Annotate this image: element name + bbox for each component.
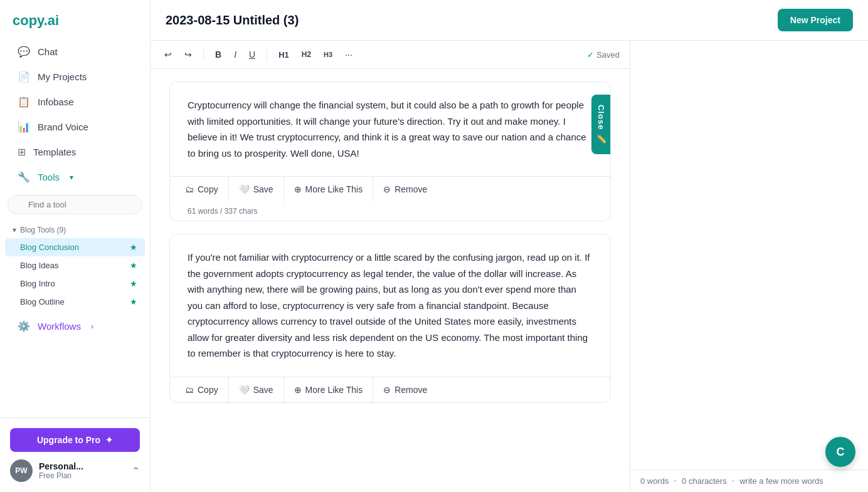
- sidebar-item-chat[interactable]: 💬 Chat: [5, 39, 145, 64]
- char-count-status: 0 characters: [682, 476, 727, 486]
- result-actions: 🗂 Copy 🤍 Save ⊕ More Like This ⊖: [170, 177, 610, 202]
- copy-button[interactable]: 🗂 Copy: [175, 377, 229, 402]
- redo-button[interactable]: ↪: [181, 47, 196, 62]
- tools-icon: 🔧: [18, 171, 30, 183]
- remove-button[interactable]: ⊖ Remove: [373, 177, 437, 202]
- tools-chevron-icon: ▾: [70, 173, 73, 182]
- h2-button[interactable]: H2: [298, 48, 315, 61]
- result-card: If you're not familiar with cryptocurren…: [169, 234, 611, 403]
- saved-check-icon: ✓: [587, 50, 594, 60]
- sidebar-item-label: Templates: [33, 147, 76, 157]
- separator-dot-2: •: [732, 476, 735, 486]
- sidebar-item-templates[interactable]: ⊞ Templates: [5, 140, 145, 164]
- blog-ideas-label: Blog Ideas: [20, 261, 58, 270]
- remove-icon: ⊖: [383, 385, 391, 395]
- copy-button[interactable]: 🗂 Copy: [175, 177, 229, 202]
- logo: copy.ai: [0, 0, 150, 39]
- blog-tools-section: ▾ Blog Tools (9) Blog Conclusion ★ Blog …: [0, 219, 150, 313]
- sidebar-item-blog-intro[interactable]: Blog Intro ★: [5, 275, 145, 293]
- underline-button[interactable]: U: [245, 47, 259, 62]
- star-icon: ★: [130, 297, 137, 306]
- copy-icon: 🗂: [185, 184, 194, 194]
- right-panel: 0 words • 0 characters • write a few mor…: [630, 41, 868, 492]
- sidebar-item-workflows[interactable]: ⚙️ Workflows ›: [5, 314, 145, 338]
- sidebar-item-brand-voice[interactable]: 📊 Brand Voice: [5, 115, 145, 139]
- save-button[interactable]: 🤍 Save: [229, 377, 284, 402]
- toolbar-separator: [203, 48, 204, 61]
- results-container: Cryptocurrency will change the financial…: [151, 69, 630, 428]
- user-name: Personal...: [39, 461, 125, 471]
- page-title: 2023-08-15 Untitled (3): [166, 13, 299, 28]
- h1-button[interactable]: H1: [275, 48, 293, 62]
- italic-button[interactable]: I: [230, 47, 240, 62]
- user-info: PW Personal... Free Plan ⌃: [10, 459, 140, 482]
- logo-text: copy.ai: [13, 13, 59, 28]
- projects-icon: 📄: [18, 71, 30, 83]
- chat-bubble-label: C: [837, 446, 845, 459]
- star-icon: ★: [130, 261, 137, 270]
- word-count: 61 words / 337 chars: [170, 202, 610, 221]
- more-like-this-icon: ⊕: [294, 385, 302, 395]
- sidebar-item-my-projects[interactable]: 📄 My Projects: [5, 65, 145, 89]
- find-tool-container: 🔍: [0, 190, 150, 219]
- close-button[interactable]: Close ✏️: [591, 95, 611, 154]
- bottom-status: 0 words • 0 characters • write a few mor…: [630, 469, 868, 492]
- more-options-button[interactable]: ···: [341, 47, 356, 62]
- content-panel: ↩ ↪ B I U H1 H2 H3 ··· ✓ Saved Crypto: [151, 41, 630, 492]
- main-content: 2023-08-15 Untitled (3) New Project ↩ ↪ …: [151, 0, 868, 492]
- sidebar-bottom: Upgrade to Pro ✦ PW Personal... Free Pla…: [0, 417, 150, 492]
- sidebar-item-label: My Projects: [38, 71, 87, 82]
- separator-dot: •: [674, 476, 677, 486]
- sidebar-item-blog-outline[interactable]: Blog Outline ★: [5, 293, 145, 311]
- sidebar-nav: 💬 Chat 📄 My Projects 📋 Infobase 📊 Brand …: [0, 39, 150, 417]
- user-plan: Free Plan: [39, 471, 125, 480]
- new-project-button[interactable]: New Project: [778, 9, 853, 31]
- sidebar-item-infobase[interactable]: 📋 Infobase: [5, 90, 145, 114]
- blog-intro-label: Blog Intro: [20, 279, 55, 288]
- sidebar-item-tools[interactable]: 🔧 Tools ▾: [5, 165, 145, 189]
- close-panel: Close ✏️: [591, 95, 611, 154]
- main-header: 2023-08-15 Untitled (3) New Project: [151, 0, 868, 41]
- more-like-this-icon: ⊕: [294, 184, 302, 194]
- user-chevron-icon[interactable]: ⌃: [132, 465, 140, 477]
- close-label: Close: [596, 105, 606, 130]
- save-button[interactable]: 🤍 Save: [229, 177, 284, 202]
- upgrade-button[interactable]: Upgrade to Pro ✦: [10, 428, 140, 452]
- star-icon: ★: [130, 279, 137, 288]
- chevron-down-icon: ▾: [13, 226, 16, 234]
- upgrade-icon: ✦: [105, 435, 113, 445]
- saved-label: Saved: [596, 50, 620, 60]
- blog-tools-label: Blog Tools (9): [20, 226, 66, 234]
- copy-icon: 🗂: [185, 385, 194, 395]
- sidebar-item-blog-conclusion[interactable]: Blog Conclusion ★: [5, 238, 145, 256]
- chat-icon: 💬: [18, 46, 30, 58]
- sidebar-item-label: Brand Voice: [38, 122, 88, 132]
- undo-button[interactable]: ↩: [161, 47, 176, 62]
- word-count-status: 0 words: [640, 476, 669, 486]
- editor-area: ↩ ↪ B I U H1 H2 H3 ··· ✓ Saved Crypto: [151, 41, 868, 492]
- tools-label: Tools: [38, 172, 60, 182]
- find-tool-wrapper: 🔍: [8, 195, 142, 214]
- star-icon: ★: [130, 243, 137, 252]
- chat-bubble[interactable]: C: [825, 437, 855, 467]
- saved-status: ✓ Saved: [587, 50, 620, 60]
- result-text: Cryptocurrency will change the financial…: [170, 82, 610, 176]
- user-text: Personal... Free Plan: [39, 461, 125, 480]
- sidebar-item-blog-ideas[interactable]: Blog Ideas ★: [5, 256, 145, 275]
- save-icon: 🤍: [239, 385, 250, 395]
- find-tool-input[interactable]: [8, 195, 142, 214]
- editor-blank-area[interactable]: [630, 41, 868, 469]
- bold-button[interactable]: B: [211, 47, 225, 62]
- templates-icon: ⊞: [18, 146, 26, 158]
- blog-outline-label: Blog Outline: [20, 297, 65, 306]
- avatar: PW: [10, 459, 33, 482]
- blog-tools-header[interactable]: ▾ Blog Tools (9): [5, 222, 145, 238]
- sidebar-item-label: Chat: [38, 46, 58, 57]
- infobase-icon: 📋: [18, 96, 30, 108]
- more-like-this-button[interactable]: ⊕ More Like This: [284, 177, 374, 202]
- remove-icon: ⊖: [383, 184, 391, 194]
- remove-button[interactable]: ⊖ Remove: [373, 377, 437, 402]
- save-icon: 🤍: [239, 184, 250, 194]
- more-like-this-button[interactable]: ⊕ More Like This: [284, 377, 374, 402]
- h3-button[interactable]: H3: [320, 48, 336, 61]
